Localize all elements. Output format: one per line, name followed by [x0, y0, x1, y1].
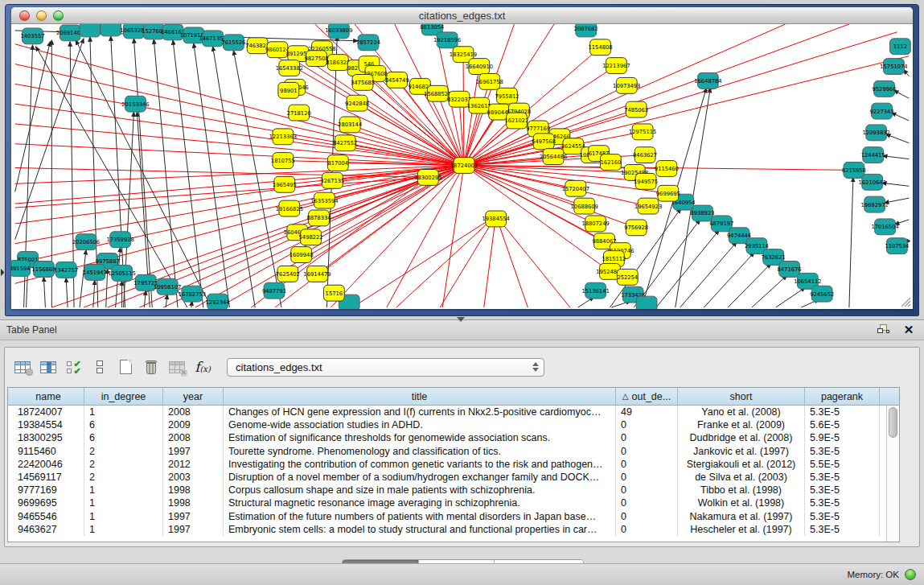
- graph-node-19166825[interactable]: 19166825: [276, 200, 303, 216]
- graph-node-9245652[interactable]: 9245652: [810, 286, 834, 302]
- cell-title[interactable]: Estimation of the future numbers of pati…: [224, 510, 616, 523]
- graph-node-2087682[interactable]: 2087682: [574, 24, 598, 37]
- graph-node-2803144[interactable]: 2803144: [338, 117, 362, 133]
- graph-node-2718120[interactable]: 2718120: [287, 105, 311, 121]
- cell-outde[interactable]: 0: [616, 523, 678, 536]
- citation-edge-red[interactable]: [440, 216, 495, 307]
- graph-node-16353594[interactable]: 16353594: [310, 192, 338, 208]
- zoom-window-button[interactable]: [53, 10, 64, 21]
- cell-title[interactable]: Estimation of significance thresholds fo…: [224, 431, 616, 444]
- citation-edge-red[interactable]: [331, 166, 464, 308]
- cell-pagerank[interactable]: 5.3E-5: [805, 471, 880, 484]
- cell-name[interactable]: 9463627: [13, 523, 84, 536]
- resize-grip-icon[interactable]: [898, 295, 911, 307]
- graph-node-12093832[interactable]: 12093832: [862, 125, 889, 141]
- cell-pagerank[interactable]: 5.6E-5: [805, 418, 880, 431]
- graph-node-1403557[interactable]: 1403557: [21, 28, 45, 44]
- cell-short[interactable]: Jankovic et al. (1997): [678, 445, 805, 458]
- column-header-outde[interactable]: △out_de...: [616, 388, 678, 405]
- graph-node-19654923[interactable]: 19654923: [634, 198, 662, 214]
- citation-network-graph[interactable]: 1403557206914061065328715276026466163107…: [11, 24, 913, 309]
- column-header-indegree[interactable]: in_degree: [84, 388, 163, 405]
- cell-outde[interactable]: 0: [616, 471, 678, 484]
- network-canvas[interactable]: 1403557206914061065328715276026466163107…: [11, 24, 913, 309]
- citation-edge-red[interactable]: [484, 216, 496, 307]
- cell-indegree[interactable]: 2: [84, 471, 163, 484]
- cell-title[interactable]: Disruption of a novel member of a sodium…: [224, 471, 616, 484]
- graph-node-19218596[interactable]: 19218596: [433, 32, 461, 48]
- table-row[interactable]: 1938455462009Genome-wide association stu…: [8, 418, 886, 431]
- graph-node-15136141[interactable]: 15136141: [581, 282, 609, 299]
- cell-year[interactable]: 2012: [163, 458, 224, 471]
- table-row[interactable]: 977716911998Corpus callosum shape and si…: [8, 484, 886, 496]
- citation-edge-black[interactable]: [891, 113, 909, 121]
- graph-node-1949575[interactable]: 1949575: [634, 173, 658, 189]
- cell-pagerank[interactable]: 5.3E-5: [805, 484, 880, 496]
- cell-title[interactable]: Embryonic stem cells: a model to study s…: [224, 523, 616, 536]
- graph-node-12213967[interactable]: 12213967: [602, 58, 630, 74]
- cell-name[interactable]: 14569117: [13, 471, 84, 484]
- graph-node-9529966[interactable]: 9529966: [873, 80, 897, 97]
- graph-node-3475685[interactable]: 3475685: [351, 74, 375, 90]
- graph-node-16648784[interactable]: 16648784: [694, 72, 721, 89]
- citation-edge-black[interactable]: [680, 242, 737, 307]
- column-header-name[interactable]: name: [13, 388, 84, 405]
- cell-outde[interactable]: 0: [616, 418, 678, 431]
- graph-node-12213363[interactable]: 12213363: [269, 129, 297, 145]
- graph-node-15751074[interactable]: 15751074: [880, 59, 907, 75]
- graph-node-20153346[interactable]: 20153346: [121, 96, 149, 112]
- cell-name[interactable]: 9777169: [13, 484, 84, 496]
- graph-node-9756928[interactable]: 9756928: [624, 220, 648, 236]
- cell-title[interactable]: Changes of HCN gene expression and I(f) …: [224, 406, 616, 418]
- graph-node-19692971[interactable]: 19692971: [861, 196, 889, 212]
- column-header-title[interactable]: title: [224, 388, 616, 405]
- cell-name[interactable]: 9465546: [13, 510, 84, 523]
- cell-short[interactable]: de Silva et al. (2003): [678, 471, 805, 484]
- graph-node-16543382[interactable]: 16543382: [276, 60, 303, 76]
- cell-indegree[interactable]: 1: [84, 496, 163, 509]
- column-select-button[interactable]: [35, 355, 61, 379]
- cell-name[interactable]: 18724007: [13, 406, 84, 418]
- graph-node-10958107[interactable]: 10958107: [154, 278, 181, 295]
- column-header-pagerank[interactable]: pagerank: [805, 388, 880, 405]
- graph-node-10973493[interactable]: 10973493: [613, 77, 640, 93]
- cell-indegree[interactable]: 1: [84, 510, 163, 523]
- cell-title[interactable]: Genome-wide association studies in ADHD.: [224, 418, 616, 431]
- graph-node-12975115[interactable]: 12975115: [629, 124, 656, 140]
- graph-node-3267135[interactable]: 3267135: [320, 172, 344, 188]
- citation-edge-black[interactable]: [43, 277, 45, 307]
- table-row[interactable]: 2242004622012Investigating the contribut…: [8, 458, 886, 471]
- cell-outde[interactable]: 0: [616, 431, 678, 444]
- graph-node-7857224[interactable]: 7857224: [356, 35, 380, 51]
- graph-node-817004[interactable]: 817004: [327, 155, 348, 171]
- citation-edge-red[interactable]: [464, 32, 897, 166]
- graph-node-16210643[interactable]: 16210643: [859, 174, 886, 190]
- citation-edge-red[interactable]: [15, 166, 464, 184]
- graph-node-1342757[interactable]: 1342757: [54, 262, 78, 278]
- cell-pagerank[interactable]: 5.5E-5: [805, 458, 880, 471]
- citation-edge-red[interactable]: [464, 166, 576, 189]
- cell-year[interactable]: 1997: [163, 445, 224, 458]
- citation-edge-red[interactable]: [396, 216, 496, 307]
- citation-edge-black[interactable]: [704, 253, 754, 307]
- function-builder-button[interactable]: f(x): [190, 355, 216, 379]
- graph-node-9227343[interactable]: 9227343: [870, 103, 894, 119]
- graph-node-391594[interactable]: 391594: [11, 261, 31, 277]
- graph-node-8878334[interactable]: 8878334: [307, 210, 331, 226]
- graph-node-1154808[interactable]: 1154808: [589, 39, 613, 56]
- scrollbar-thumb[interactable]: [889, 407, 897, 438]
- cell-name[interactable]: 9115460: [13, 445, 84, 458]
- graph-node-1112[interactable]: 1112: [889, 39, 910, 55]
- cell-year[interactable]: 2009: [163, 418, 224, 431]
- graph-node-19384554[interactable]: 19384554: [483, 211, 510, 227]
- graph-node-18807249[interactable]: 18807249: [581, 216, 609, 232]
- cell-short[interactable]: Yano et al. (2008): [678, 406, 805, 418]
- citation-edge-black[interactable]: [15, 42, 51, 192]
- vertical-scrollbar[interactable]: [886, 406, 899, 542]
- graph-node-17359928[interactable]: 17359928: [106, 232, 133, 248]
- cell-short[interactable]: Stergiakouli et al. (2012): [678, 458, 805, 471]
- citation-edge-black[interactable]: [752, 275, 787, 307]
- cell-name[interactable]: 19384554: [13, 418, 84, 431]
- graph-node-18300295[interactable]: 18300295: [414, 169, 441, 185]
- citation-edge-red[interactable]: [496, 216, 528, 307]
